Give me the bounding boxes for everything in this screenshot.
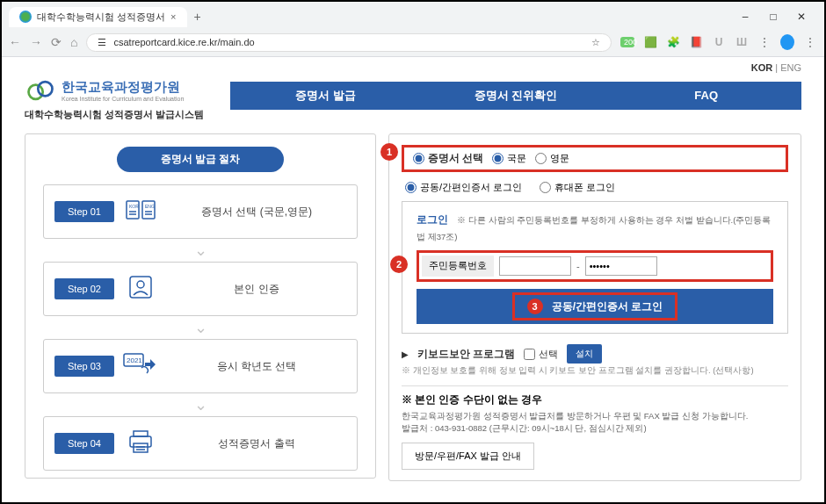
svg-point-11 [137,281,144,288]
rrn-row: 주민등록번호 - [417,250,773,282]
maximize-button[interactable]: □ [761,11,786,23]
logo-subtitle: Korea Institute for Curriculum and Evalu… [62,96,184,102]
rrn-input-1[interactable] [499,256,571,276]
kb-note: ※ 개인정보 보호를 위해 정보 입력 시 키보드 보안 프로그램 설치를 권장… [402,365,788,377]
opt-english[interactable]: 영문 [535,152,569,165]
address-bar: ← → ⟳ ⌂ ☰ csatreportcard.kice.re.kr/main… [2,28,824,56]
svg-text:2021: 2021 [127,356,142,364]
svg-rect-14 [134,431,148,436]
window-controls: – □ ✕ [733,11,817,23]
step-03: Step 03 2021 응시 학년도 선택 [43,339,358,393]
rrn-input-2[interactable] [585,256,657,276]
login-method-row: 공동/간편인증서 로그인 휴대폰 로그인 [402,181,788,201]
extension-icon[interactable]: Ш [735,36,749,48]
no-auth-note2: 발급처 : 043-931-0882 (근무시간: 09시~18시 단, 점심시… [402,422,788,435]
profile-icon[interactable] [780,34,794,50]
reload-button[interactable]: ⟳ [51,35,62,49]
cert-login-button[interactable]: 3 공동/간편인증서 로그인 [417,289,773,324]
extension-icon[interactable]: 🧩 [666,36,680,48]
home-button[interactable]: ⌂ [70,35,77,49]
procedure-title: 증명서 발급 절차 [117,147,284,172]
extension-icon[interactable]: 🟩 [643,36,657,48]
svg-rect-16 [134,443,148,452]
extension-icons: 200 🟩 🧩 📕 U Ш ⋮ ⋮ [620,34,817,50]
logo-icon [25,75,56,106]
chevron-down-icon: ⌄ [43,318,358,337]
more-icon[interactable]: ⋮ [803,36,817,48]
user-auth-icon [114,273,167,305]
no-auth-note1: 한국교육과정평가원 성적증명서 발급처를 방문하거나 우편 및 FAX 발급 신… [402,410,788,422]
method-phone[interactable]: 휴대폰 로그인 [540,181,615,194]
close-window-button[interactable]: ✕ [789,11,814,23]
step-01: Step 01 KORENG 증명서 선택 (국문,영문) [43,184,358,239]
divider [402,385,788,386]
procedure-card: 증명서 발급 절차 Step 01 KORENG 증명서 선택 (국문,영문) … [25,133,376,479]
chevron-down-icon: ⌄ [43,395,358,414]
login-note: ※ 다른 사람의 주민등록번호를 부정하게 사용하는 경우 처벌 받습니다.(주… [417,215,771,241]
url-text: csatreportcard.kice.re.kr/main.do [113,37,254,47]
svg-text:ENG: ENG [145,204,155,209]
logo-title: 한국교육과정평가원 [62,79,184,96]
certificate-select-row: 증명서 선택 국문 영문 [402,145,788,172]
svg-point-0 [29,85,43,99]
certificate-select-radio[interactable]: 증명서 선택 [413,151,483,166]
url-box[interactable]: ☰ csatreportcard.kice.re.kr/main.do ☆ [86,33,612,52]
login-box: 로그인 ※ 다른 사람의 주민등록번호를 부정하게 사용하는 경우 처벌 받습니… [402,201,788,334]
logo[interactable]: 한국교육과정평가원 Korea Institute for Curriculum… [25,75,204,106]
site-settings-icon[interactable]: ☰ [98,37,106,48]
page-content: KOR | ENG 한국교육과정평가원 Korea Institute for … [2,57,824,481]
tab-title: 대학수학능력시험 성적증명서 [37,11,165,24]
document-icon: KORENG [114,196,167,227]
step-04: Step 04 성적증명서 출력 [43,416,358,471]
triangle-icon: ▶ [402,349,409,359]
callout-1: 1 [380,143,398,161]
kb-select-checkbox[interactable]: 선택 [524,348,558,361]
tab-bar: 대학수학능력시험 성적증명서 × + – □ ✕ [2,2,824,28]
svg-text:KOR: KOR [129,204,139,209]
page-header: 한국교육과정평가원 Korea Institute for Curriculum… [25,75,801,121]
nav-issue[interactable]: 증명서 발급 [230,82,421,110]
nav-faq[interactable]: FAQ [611,82,801,110]
back-button[interactable]: ← [9,35,21,49]
forward-button[interactable]: → [30,35,42,49]
keyboard-security-row: ▶ 키보드보안 프로그램 선택 설치 [402,344,788,364]
new-tab-button[interactable]: + [187,10,208,24]
method-cert[interactable]: 공동/간편인증서 로그인 [405,181,522,194]
svg-point-1 [38,82,52,96]
year-select-icon: 2021 [114,350,167,382]
login-card: 1 증명서 선택 국문 영문 공동/간편인증서 로그인 휴대폰 로그인 로그인 … [388,133,801,481]
no-auth-title: ※ 본인 인증 수단이 없는 경우 [402,393,788,407]
favicon-icon [19,11,32,23]
subsystem-title: 대학수학능력시험 성적증명서 발급시스템 [25,108,204,121]
login-title: 로그인 [417,212,448,227]
minimize-button[interactable]: – [733,11,757,23]
language-switcher: KOR | ENG [25,57,801,75]
browser-tab[interactable]: 대학수학능력시험 성적증명서 × [9,7,187,27]
opt-korean[interactable]: 국문 [492,152,526,165]
close-tab-icon[interactable]: × [170,11,176,22]
main-nav: 증명서 발급 증명서 진위확인 FAQ [230,82,801,110]
bookmark-star-icon[interactable]: ☆ [591,37,600,48]
printer-icon [114,428,167,459]
callout-2: 2 [390,256,408,273]
extension-icon[interactable]: U [712,36,726,48]
extension-icon[interactable]: 200 [620,37,634,47]
more-icon[interactable]: ⋮ [757,36,772,48]
browser-chrome: 대학수학능력시험 성적증명서 × + – □ ✕ ← → ⟳ ⌂ ☰ csatr… [2,2,824,57]
rrn-label: 주민등록번호 [422,256,494,277]
visit-info-button[interactable]: 방문/우편/FAX 발급 안내 [402,443,534,470]
install-button[interactable]: 설치 [567,344,602,364]
lang-eng[interactable]: ENG [780,62,801,73]
chevron-down-icon: ⌄ [43,241,358,260]
step-02: Step 02 본인 인증 [43,262,358,316]
lang-kor[interactable]: KOR [751,62,772,73]
nav-verify[interactable]: 증명서 진위확인 [421,82,612,110]
callout-3: 3 [527,299,543,314]
extension-icon[interactable]: 📕 [689,36,703,48]
